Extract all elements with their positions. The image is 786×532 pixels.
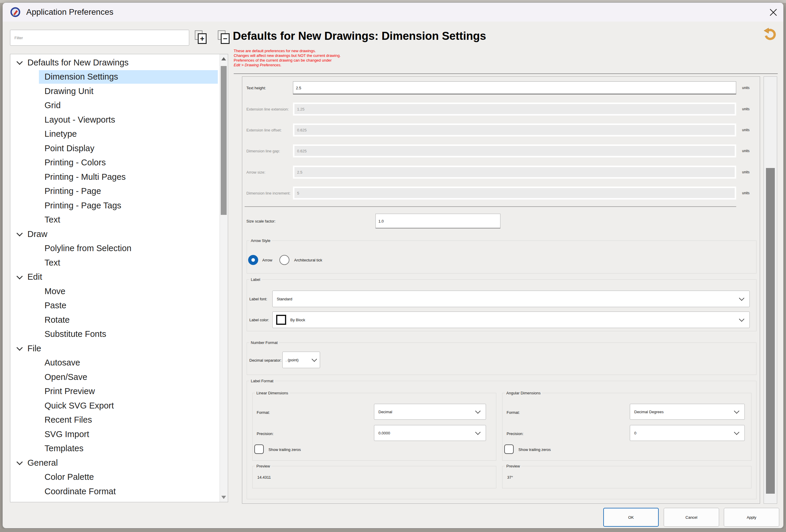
tree-item-paste[interactable]: Paste	[10, 299, 219, 313]
extension-line-offset-label: Extension line offset:	[246, 128, 282, 132]
tree-item-label: Templates	[10, 444, 84, 453]
scroll-down-icon[interactable]	[221, 496, 226, 499]
ok-button[interactable]: OK	[603, 508, 659, 527]
tree-item-move[interactable]: Move	[10, 284, 219, 299]
units-label: units	[742, 107, 749, 111]
architectural-tick-radio[interactable]	[279, 255, 290, 265]
linear-trailing-zeros-checkbox[interactable]	[254, 444, 264, 454]
dimension-line-increment-value: 5	[297, 191, 299, 195]
angular-dimensions-group: Angular Dimensions Format: Decimal Degre…	[502, 393, 752, 461]
tree-scrollbar-thumb[interactable]	[221, 66, 227, 215]
tree-group-draw[interactable]: Draw	[10, 227, 219, 241]
tree-item-svg-import[interactable]: SVG Import	[10, 427, 219, 441]
tree-item-dimension-settings[interactable]: Dimension Settings	[10, 70, 219, 84]
tree-item-text[interactable]: Text	[10, 213, 219, 227]
decimal-separator-value: . (point)	[285, 358, 299, 362]
tree-item-text[interactable]: Text	[10, 256, 219, 270]
minus-icon: −	[221, 33, 230, 44]
label-font-select[interactable]: Standard	[272, 291, 750, 307]
tree-item-label: Text	[10, 215, 60, 225]
tree-item-autosave[interactable]: Autosave	[10, 356, 219, 370]
page-title: Defaults for New Drawings: Dimension Set…	[233, 30, 486, 42]
notice-line: These are default preferences for new dr…	[234, 49, 341, 53]
tree-item-drawing-unit[interactable]: Drawing Unit	[10, 84, 219, 98]
tree-item-templates[interactable]: Templates	[10, 441, 219, 456]
tree-item-label: Coordinate Format	[10, 487, 116, 496]
tree-item-layout-viewports[interactable]: Layout - Viewports	[10, 113, 219, 127]
tree-item-keyboard[interactable]: Keyboard	[10, 499, 219, 503]
linear-precision-label: Precision:	[257, 432, 274, 436]
tree-item-printing-colors[interactable]: Printing - Colors	[10, 156, 219, 170]
filter-input[interactable]	[10, 30, 189, 46]
tree-item-polyline-from-selection[interactable]: Polyline from Selection	[10, 241, 219, 256]
arrow-radio[interactable]	[248, 255, 258, 265]
extension-line-extension-value: 1.25	[297, 107, 304, 111]
tree-item-label: Paste	[10, 301, 66, 310]
angular-format-select[interactable]: Decimal Degrees	[630, 404, 745, 420]
tree-item-label: Recent Files	[10, 415, 92, 425]
tree-item-label: Point Display	[10, 143, 94, 153]
tree-item-quick-svg-export[interactable]: Quick SVG Export	[10, 398, 219, 413]
decimal-separator-select[interactable]: . (point)	[282, 352, 320, 368]
tree-item-recent-files[interactable]: Recent Files	[10, 413, 219, 427]
notice-line: Preferences of the current drawing can b…	[234, 58, 341, 63]
tree-item-color-palette[interactable]: Color Palette	[10, 470, 219, 485]
tree-item-label: General	[10, 458, 58, 468]
tree-item-printing-page[interactable]: Printing - Page	[10, 184, 219, 199]
angular-precision-select[interactable]: 0	[630, 425, 745, 441]
label-color-select[interactable]: By Block	[272, 311, 750, 328]
dimension-line-increment-input: 5	[293, 187, 736, 200]
tree-item-linetype[interactable]: Linetype	[10, 127, 219, 141]
undo-icon	[763, 27, 778, 42]
angular-trailing-zeros-checkbox[interactable]	[504, 444, 514, 454]
revert-button[interactable]	[763, 27, 778, 42]
collapse-all-button[interactable]: −	[216, 30, 231, 45]
preferences-tree: Defaults for New DrawingsDimension Setti…	[10, 55, 219, 502]
size-scale-factor-input[interactable]: 1.0	[375, 214, 501, 228]
titlebar[interactable]: Application Preferences	[3, 3, 783, 22]
scroll-up-icon[interactable]	[221, 57, 226, 61]
text-height-input[interactable]: 2.5	[293, 82, 736, 94]
linear-precision-select[interactable]: 0.0000	[374, 425, 486, 441]
tree-scrollbar[interactable]	[219, 54, 228, 502]
tree-item-label: Drawing Unit	[10, 86, 93, 96]
linear-format-select[interactable]: Decimal	[374, 404, 486, 420]
tree-item-label: Autosave	[10, 358, 80, 368]
arrow-style-group: Arrow Style Arrow Architectural tick	[247, 240, 757, 274]
decimal-separator-label: Decimal separator:	[249, 358, 281, 363]
tree-item-label: Move	[10, 286, 65, 296]
tree-item-grid[interactable]: Grid	[10, 98, 219, 113]
label-group: Label Label font: Standard Label color: …	[247, 279, 757, 331]
arrow-radio-label: Arrow	[262, 258, 272, 262]
chevron-down-icon	[475, 408, 480, 414]
tree-group-general[interactable]: General	[10, 456, 219, 470]
tree-item-print-preview[interactable]: Print Preview	[10, 384, 219, 399]
linear-preview-title: Preview	[255, 464, 272, 468]
label-color-value: By Block	[290, 318, 305, 322]
form-scrollbar-thumb[interactable]	[766, 168, 775, 494]
tree-item-label: SVG Import	[10, 430, 89, 439]
tree-item-label: Text	[10, 258, 60, 268]
tree-item-printing-multi-pages[interactable]: Printing - Multi Pages	[10, 170, 219, 184]
tree-group-edit[interactable]: Edit	[10, 270, 219, 284]
close-button[interactable]	[766, 6, 780, 19]
tree-item-substitute-fonts[interactable]: Substitute Fonts	[10, 327, 219, 342]
tree-item-label: Printing - Colors	[10, 158, 106, 167]
window-title: Application Preferences	[26, 3, 113, 22]
tree-item-label: Printing - Page	[10, 186, 101, 196]
tree-panel: Defaults for New DrawingsDimension Setti…	[10, 54, 228, 502]
field-row-text-height: Text height:2.5units	[242, 82, 760, 94]
cancel-button[interactable]: Cancel	[664, 508, 719, 527]
expand-all-button[interactable]: +	[194, 30, 208, 45]
tree-item-open-save[interactable]: Open/Save	[10, 370, 219, 384]
apply-button[interactable]: Apply	[724, 508, 779, 527]
angular-precision-value: 0	[634, 431, 636, 435]
extension-line-extension-label: Extension line extension:	[246, 107, 289, 111]
tree-item-point-display[interactable]: Point Display	[10, 141, 219, 156]
tree-group-file[interactable]: File	[10, 341, 219, 356]
tree-item-printing-page-tags[interactable]: Printing - Page Tags	[10, 198, 219, 213]
form-scrollbar[interactable]	[764, 76, 777, 504]
tree-item-coordinate-format[interactable]: Coordinate Format	[10, 484, 219, 499]
tree-item-rotate[interactable]: Rotate	[10, 313, 219, 327]
tree-group-defaults-for-new-drawings[interactable]: Defaults for New Drawings	[10, 55, 219, 70]
